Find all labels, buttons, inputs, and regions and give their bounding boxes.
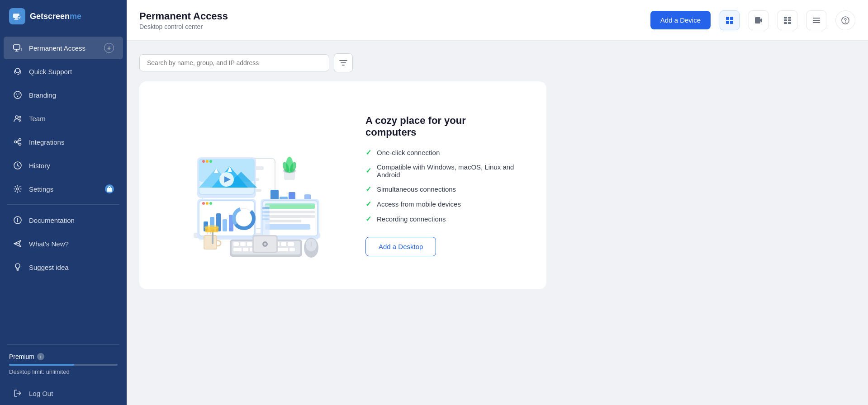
help-button[interactable] [835, 10, 855, 30]
logo-text: Getscreenme [30, 12, 81, 21]
svg-rect-75 [265, 211, 315, 213]
logo[interactable]: Getscreenme [0, 0, 127, 33]
feature-text: Compatible with Windows, macOS, Linux an… [377, 163, 519, 179]
svg-rect-22 [726, 21, 729, 24]
svg-rect-2 [14, 19, 19, 20]
svg-rect-24 [784, 17, 787, 19]
sidebar-item-label: History [29, 162, 50, 170]
svg-point-129 [264, 243, 266, 245]
sidebar-item-team[interactable]: Team [4, 107, 123, 130]
svg-rect-25 [788, 17, 791, 19]
svg-point-19 [18, 218, 18, 219]
svg-point-13 [14, 141, 17, 143]
paper-plane-icon [13, 239, 23, 249]
sidebar-item-settings[interactable]: Settings [4, 178, 123, 200]
svg-point-9 [19, 94, 19, 94]
svg-rect-30 [813, 18, 820, 19]
sidebar-divider-bottom [7, 344, 119, 345]
tiles-view-button[interactable] [778, 10, 797, 30]
sidebar-divider [7, 204, 119, 205]
svg-point-71 [209, 202, 212, 205]
svg-point-98 [206, 160, 209, 163]
svg-rect-4 [14, 45, 20, 49]
svg-rect-23 [730, 21, 733, 24]
feature-item: ✓ Compatible with Windows, macOS, Linux … [365, 163, 519, 179]
svg-rect-85 [262, 218, 270, 220]
camera-view-button[interactable] [749, 10, 768, 30]
svg-rect-26 [784, 19, 787, 21]
svg-rect-122 [204, 236, 216, 249]
sidebar-item-permanent-access[interactable]: Permanent Access + [4, 37, 123, 59]
sidebar-item-integrations[interactable]: Integrations [4, 131, 123, 153]
add-device-plus-icon[interactable]: + [104, 43, 114, 53]
feature-list: ✓ One-click connection ✓ Compatible with… [365, 148, 519, 223]
svg-point-15 [19, 143, 21, 146]
sidebar-item-documentation[interactable]: Documentation [4, 209, 123, 231]
empty-state-heading: A cozy place for your computers [365, 115, 519, 138]
svg-point-70 [206, 202, 209, 205]
sidebar-item-suggest-idea[interactable]: Suggest idea [4, 256, 123, 278]
svg-rect-110 [288, 242, 294, 246]
check-icon: ✓ [365, 200, 371, 208]
headset-icon [13, 66, 23, 76]
illustration [166, 99, 338, 271]
svg-rect-80 [262, 201, 318, 205]
sidebar-item-label: Suggest idea [29, 264, 69, 271]
add-desktop-button[interactable]: Add a Desktop [365, 237, 436, 256]
svg-rect-77 [265, 220, 301, 222]
premium-info-icon: i [37, 353, 44, 360]
search-input-wrapper [139, 54, 329, 71]
integrations-icon [13, 137, 23, 147]
svg-point-14 [19, 139, 21, 141]
topbar-title: Permanent Access Desktop control center [139, 10, 641, 30]
sidebar-item-label: Permanent Access [29, 44, 85, 52]
content-area: A cozy place for your computers ✓ One-cl… [127, 41, 868, 405]
history-icon [13, 160, 23, 170]
sidebar: Getscreenme Permanent Access + [0, 0, 127, 405]
team-icon [13, 113, 23, 123]
sidebar-item-whats-new[interactable]: What's New? [4, 232, 123, 255]
search-input[interactable] [139, 54, 329, 71]
svg-rect-63 [223, 219, 227, 231]
svg-point-11 [15, 116, 18, 118]
filter-button[interactable] [334, 53, 353, 72]
logout-label: Log Out [29, 390, 53, 397]
docs-icon [13, 215, 23, 225]
svg-point-6 [15, 68, 20, 73]
feature-text: One-click connection [377, 149, 440, 156]
feature-text: Access from mobile devices [377, 200, 461, 208]
sidebar-item-branding[interactable]: Branding [4, 84, 123, 106]
svg-point-8 [16, 94, 17, 94]
feature-text: Simultaneous connections [377, 185, 456, 193]
svg-rect-123 [212, 231, 213, 244]
svg-rect-81 [262, 205, 270, 236]
logo-icon [9, 8, 25, 24]
palette-icon [13, 90, 23, 100]
empty-state: A cozy place for your computers ✓ One-cl… [139, 81, 546, 289]
settings-icon [13, 184, 23, 194]
topbar: Permanent Access Desktop control center … [127, 0, 868, 41]
feature-item: ✓ One-click connection [365, 148, 519, 157]
lightbulb-icon [13, 262, 23, 272]
premium-progress-bar [9, 364, 118, 366]
sidebar-item-history[interactable]: History [4, 154, 123, 177]
sidebar-item-quick-support[interactable]: Quick Support [4, 60, 123, 83]
logout-button[interactable]: Log Out [4, 382, 123, 405]
premium-label: Premium [9, 353, 34, 360]
svg-rect-82 [262, 207, 270, 209]
svg-point-99 [209, 160, 212, 163]
add-device-button[interactable]: Add a Device [650, 11, 711, 29]
search-bar [139, 53, 855, 72]
monitor-icon [13, 43, 23, 53]
svg-rect-29 [788, 22, 791, 24]
premium-progress-fill [9, 364, 74, 366]
list-view-button[interactable] [806, 10, 826, 30]
svg-rect-31 [813, 20, 820, 21]
info-panel: A cozy place for your computers ✓ One-cl… [365, 115, 519, 256]
sidebar-item-label: Team [29, 115, 46, 122]
premium-section: Premium i Desktop limit: unlimited [0, 348, 127, 381]
check-icon: ✓ [365, 166, 371, 175]
grid-view-button[interactable] [720, 10, 740, 30]
svg-rect-117 [289, 248, 295, 251]
sidebar-item-label: Settings [29, 185, 53, 193]
